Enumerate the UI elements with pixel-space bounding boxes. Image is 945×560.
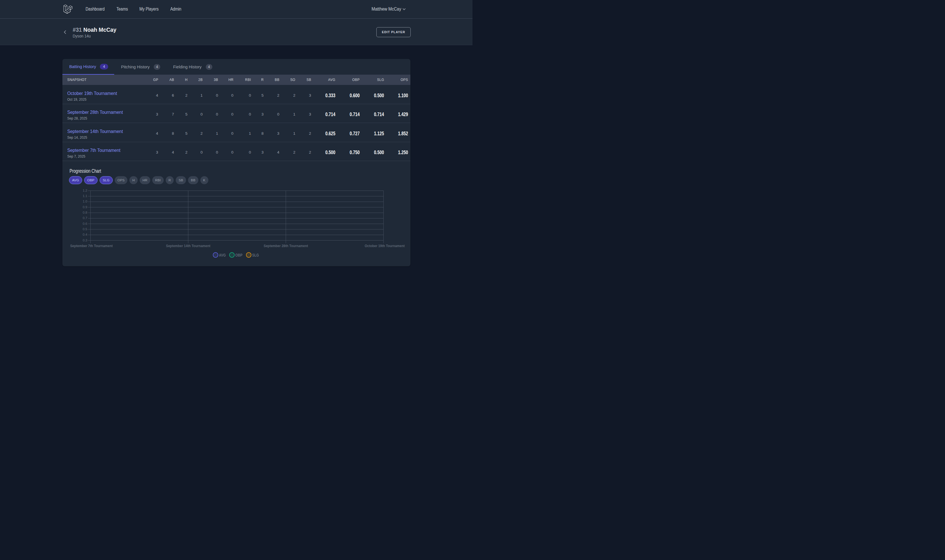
svg-text:1.2: 1.2 [83,189,87,192]
svg-text:1.0: 1.0 [83,200,87,203]
svg-text:October 19th Tournament: October 19th Tournament [365,244,405,248]
svg-text:1.1: 1.1 [83,194,87,198]
svg-text:September 7th Tournament: September 7th Tournament [70,244,113,248]
svg-text:0.5: 0.5 [83,228,87,231]
svg-text:0.9: 0.9 [83,205,87,209]
svg-text:0.3: 0.3 [83,238,87,242]
svg-text:0.8: 0.8 [83,211,87,214]
svg-text:0.4: 0.4 [83,233,88,236]
svg-text:0.7: 0.7 [83,216,87,220]
svg-text:OBP: OBP [235,252,242,257]
svg-text:AVG: AVG [219,252,226,257]
svg-text:September 14th Tournament: September 14th Tournament [166,244,210,248]
svg-text:SLG: SLG [252,252,259,257]
svg-text:September 28th Tournament: September 28th Tournament [264,244,308,248]
svg-text:0.6: 0.6 [83,222,87,225]
